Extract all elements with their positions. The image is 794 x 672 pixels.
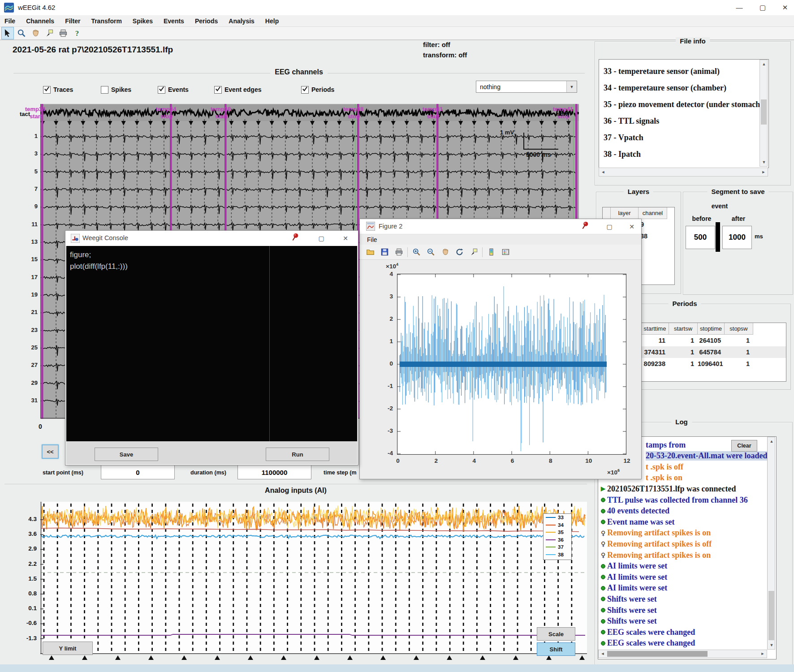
print-icon[interactable]	[57, 27, 69, 39]
log-entry[interactable]: 40 events detected	[601, 506, 669, 517]
help-icon[interactable]: ?	[71, 27, 83, 39]
start-point-input[interactable]	[101, 465, 175, 479]
shift-button[interactable]: Shift	[537, 642, 575, 656]
close-button[interactable]: ✕	[339, 233, 352, 244]
scroll-left-icon[interactable]: ◄	[599, 168, 607, 176]
log-entry[interactable]: EEG scales were changed	[601, 627, 695, 638]
checkbox-box[interactable]	[101, 86, 108, 94]
analog-inputs-plot[interactable]	[40, 502, 587, 662]
chevron-down-icon[interactable]: ▼	[566, 81, 577, 92]
scroll-right-icon[interactable]: ►	[759, 650, 767, 658]
menu-periods[interactable]: Periods	[195, 17, 218, 25]
file-info-item[interactable]: 35 - piezo movement detector (under stom…	[604, 100, 763, 109]
scroll-down-icon[interactable]: ▼	[768, 641, 776, 649]
scrollbar-thumb[interactable]	[607, 651, 708, 657]
periods-cell[interactable]: 1	[669, 346, 694, 358]
maximize-button[interactable]: ▢	[753, 1, 772, 14]
segment-before-input[interactable]	[686, 226, 715, 249]
menu-file[interactable]: File	[4, 17, 15, 25]
scroll-up-icon[interactable]: ▲	[760, 60, 768, 68]
console-save-button[interactable]: Save	[95, 448, 158, 461]
log-entry[interactable]: ♀Removing artifact spikes is on	[601, 528, 711, 538]
log-entry[interactable]: TTL pulse was collected from channel 36	[601, 495, 748, 505]
scrollbar-thumb[interactable]	[761, 99, 767, 125]
log-entry[interactable]: Shifts were set	[601, 605, 657, 616]
periods-cell[interactable]: 11	[641, 335, 665, 346]
menu-analysis[interactable]: Analysis	[229, 17, 255, 25]
panel1-icon[interactable]	[485, 246, 497, 258]
y-limit-button[interactable]: Y limit	[43, 642, 93, 655]
menu-channels[interactable]: Channels	[26, 17, 54, 25]
log-entry[interactable]: ♀Removing artifact spikes is off	[601, 538, 712, 549]
checkbox-box[interactable]	[158, 86, 165, 94]
periods-cell[interactable]: 1	[725, 358, 750, 370]
log-clear-button[interactable]: Clear	[731, 440, 757, 452]
file-info-item[interactable]: 36 - TTL signals	[604, 116, 659, 126]
layers-cell[interactable]: 38	[640, 233, 665, 240]
menu-spikes[interactable]: Spikes	[133, 17, 153, 25]
periods-cell[interactable]: 1	[669, 358, 694, 370]
pushpin-icon[interactable]	[289, 233, 302, 244]
figure2-axes[interactable]	[397, 274, 626, 455]
periods-cell[interactable]: 1	[669, 335, 694, 346]
menu-help[interactable]: Help	[265, 17, 279, 25]
log-entry[interactable]: Event name was set	[601, 517, 675, 527]
duration-input[interactable]	[237, 465, 311, 479]
log-entry[interactable]: AI limits were set	[601, 572, 667, 582]
close-button[interactable]: ✕	[775, 1, 794, 14]
checkbox-box[interactable]	[301, 86, 309, 94]
log-entry[interactable]: Shifts were set	[601, 594, 657, 604]
maximize-button[interactable]: ▢	[603, 221, 616, 233]
scroll-left-icon[interactable]: ◄	[599, 650, 607, 658]
close-button[interactable]: ✕	[625, 221, 639, 233]
log-hscrollbar[interactable]: ◄ ►	[598, 650, 767, 658]
badge-icon[interactable]	[43, 27, 55, 39]
checkbox-box[interactable]	[43, 86, 51, 94]
layers-cell[interactable]: 9	[640, 221, 665, 228]
checkbox-traces[interactable]: Traces	[43, 85, 73, 94]
log-entry[interactable]: EEG scales were changed	[601, 638, 695, 649]
log-vscrollbar[interactable]: ▲ ▼	[767, 437, 775, 650]
console-input-area[interactable]: figure;plot(diff(lfp(11,:)))	[66, 246, 357, 441]
zoomin-icon[interactable]	[410, 246, 422, 258]
file-info-item[interactable]: 37 - Vpatch	[604, 133, 643, 142]
log-entry[interactable]: ♀Removing artifact spikes is on	[601, 550, 711, 560]
scroll-down-icon[interactable]: ▼	[760, 158, 768, 166]
menu-events[interactable]: Events	[164, 17, 184, 25]
console-run-button[interactable]: Run	[266, 448, 329, 461]
file-info-listbox[interactable]: 33 - temperetaure sensor (animal)34 - te…	[599, 59, 769, 168]
folder-icon[interactable]	[364, 246, 376, 258]
scroll-up-icon[interactable]: ▲	[768, 437, 776, 445]
periods-cell[interactable]: 1096401	[698, 358, 721, 370]
checkbox-box[interactable]	[214, 86, 222, 94]
overlay-dropdown[interactable]: nothing ▼	[476, 81, 577, 93]
periods-cell[interactable]: 1	[725, 335, 750, 346]
figure2-title-bar[interactable]: Figure 2 ▢ ✕	[360, 219, 641, 234]
periods-cell[interactable]: 1	[725, 346, 750, 358]
badge-icon[interactable]	[468, 246, 479, 258]
panel2-icon[interactable]	[500, 246, 511, 258]
segment-after-input[interactable]	[722, 226, 752, 249]
rotate-icon[interactable]	[453, 246, 465, 258]
file-info-item[interactable]: 33 - temperetaure sensor (animal)	[604, 67, 720, 76]
zoom-icon[interactable]	[16, 27, 27, 39]
log-entry[interactable]: Shifts were set	[601, 616, 657, 627]
minimize-button[interactable]: —	[729, 1, 749, 14]
periods-cell[interactable]: 645784	[698, 346, 721, 358]
hand-icon[interactable]	[30, 27, 41, 39]
periods-cell[interactable]: 264105	[698, 335, 721, 346]
hand-icon[interactable]	[439, 246, 451, 258]
arrow-icon[interactable]	[2, 27, 13, 39]
scale-button[interactable]: Scale	[537, 627, 575, 641]
log-entry[interactable]: AI limits were set	[601, 561, 667, 572]
save-icon[interactable]	[379, 246, 390, 258]
log-entry[interactable]: ▶20210526T1713551.lfp was connected	[601, 483, 736, 494]
print-icon[interactable]	[393, 246, 405, 258]
checkbox-event-edges[interactable]: Event edges	[214, 85, 261, 94]
checkbox-spikes[interactable]: Spikes	[101, 85, 131, 94]
scrollbar-thumb[interactable]	[768, 591, 774, 640]
console-title-bar[interactable]: Weegit Console ▢ ✕	[65, 231, 358, 246]
zoomout-icon[interactable]	[425, 246, 436, 258]
periods-cell[interactable]: 809238	[641, 358, 665, 370]
periods-cell[interactable]: 374311	[641, 346, 665, 358]
